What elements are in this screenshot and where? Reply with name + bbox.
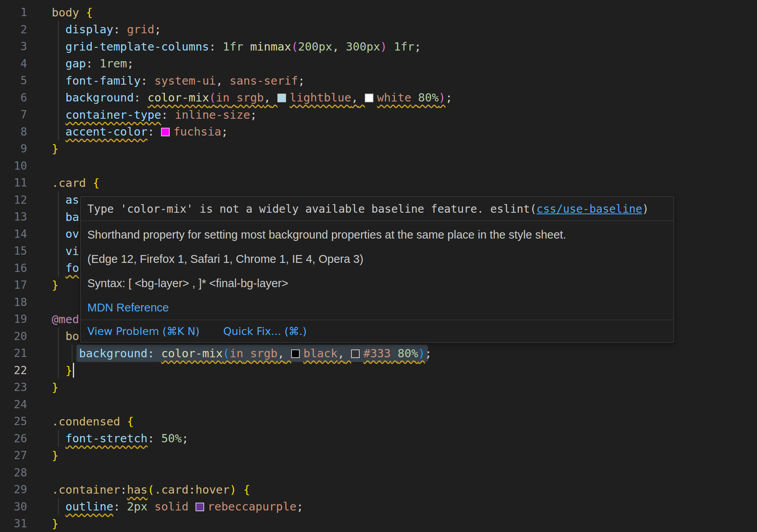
code-token: ) (230, 483, 236, 496)
code-token: background (65, 91, 134, 104)
code-text: background: color-mix(in srgb, lightblue… (27, 91, 452, 104)
code-token: : (188, 483, 195, 496)
code-token (52, 244, 65, 258)
code-token: 300px (346, 40, 380, 53)
code-text: .card { (27, 176, 100, 190)
code-token: grid-template-columns (65, 40, 209, 53)
code-token: 80% (418, 91, 438, 104)
line-number: 24 (0, 398, 27, 411)
color-swatch[interactable] (365, 94, 373, 102)
code-token (154, 347, 161, 360)
code-line: 25.condensed { (0, 413, 757, 430)
code-token: ( (209, 91, 216, 104)
code-token: ; (127, 57, 134, 70)
code-token: : (141, 74, 147, 87)
code-token (411, 91, 418, 104)
code-token (147, 74, 154, 87)
property-description: Shorthand property for setting most back… (87, 227, 667, 242)
code-token (93, 57, 100, 70)
code-token: ; (298, 74, 305, 87)
code-token: , (264, 91, 270, 104)
code-text: grid-template-columns: 1fr minmax(200px,… (27, 40, 421, 53)
code-token: ; (182, 432, 188, 445)
color-swatch[interactable] (196, 503, 204, 511)
code-line: 27} (0, 447, 757, 464)
code-line: 5 font-family: system-ui, sans-serif; (0, 72, 757, 89)
code-text: body { (27, 6, 93, 19)
line-number: 28 (0, 466, 27, 479)
code-token: .card (154, 483, 188, 496)
color-swatch[interactable] (291, 349, 300, 358)
line-number: 25 (0, 415, 27, 428)
code-token (52, 364, 65, 377)
color-swatch[interactable] (161, 128, 170, 136)
code-token: accent-color (65, 125, 148, 138)
code-token: ; (250, 108, 257, 121)
code-text: } (27, 381, 58, 394)
code-token: : (209, 40, 216, 53)
code-line: 24 (0, 396, 757, 413)
code-token: gap (65, 57, 86, 70)
view-problem-link[interactable]: View Problem (⌘K N) (87, 325, 199, 337)
code-text: } (27, 517, 58, 530)
code-token: bo (65, 329, 79, 343)
code-token: 1fr (394, 40, 414, 53)
code-line: 9} (0, 140, 757, 157)
hover-actions: View Problem (⌘K N) Quick Fix... (⌘.) (81, 320, 674, 342)
color-swatch[interactable] (277, 94, 286, 102)
code-token: ; (425, 347, 432, 360)
code-line: 7 container-type: inline-size; (0, 106, 757, 123)
code-token (120, 500, 127, 513)
code-token: ( (147, 483, 154, 496)
code-token: black (303, 347, 337, 360)
code-token: } (52, 381, 58, 394)
code-token: fuchsia (173, 125, 221, 138)
line-number: 13 (0, 210, 27, 223)
code-token: : (86, 57, 92, 70)
eslint-rule-link[interactable]: css/use-baseline (536, 203, 642, 215)
line-number: 30 (0, 500, 27, 513)
line-number: 29 (0, 483, 27, 496)
diagnostic-text: Type 'color-mix' is not a widely availab… (87, 203, 490, 215)
code-token: , (332, 40, 339, 53)
code-token (387, 40, 394, 53)
color-swatch[interactable] (351, 349, 360, 358)
code-token: ) (418, 347, 425, 360)
code-token: { (243, 483, 250, 496)
code-token (86, 176, 92, 190)
line-number: 9 (0, 142, 27, 155)
code-token: } (52, 142, 58, 156)
line-number: 4 (0, 57, 27, 70)
code-token: #333 (363, 347, 391, 360)
code-text: vi (27, 244, 79, 258)
quick-fix-link[interactable]: Quick Fix... (⌘.) (223, 325, 307, 337)
code-token: , (277, 347, 284, 360)
code-token: srgb (236, 91, 264, 104)
code-token (52, 210, 65, 224)
code-token: ba (65, 210, 79, 224)
mdn-reference-link[interactable]: MDN Reference (87, 300, 667, 315)
code-token: sans-serif (230, 74, 298, 87)
code-token (52, 125, 65, 138)
code-token: ; (297, 500, 303, 513)
code-line: 8 accent-color: fuchsia; (0, 123, 757, 141)
code-token: grid (127, 23, 154, 36)
code-token: ) (380, 40, 387, 53)
code-token: 50% (161, 432, 181, 445)
code-text: display: grid; (27, 23, 161, 36)
warning-squiggle-range: has (127, 483, 147, 496)
code-line: 30 outline: 2px solid rebeccapurple; (0, 498, 757, 516)
browser-support: (Edge 12, Firefox 1, Safari 1, Chrome 1,… (87, 252, 667, 266)
code-token: white (377, 91, 411, 104)
code-token: color-mix (147, 91, 209, 104)
code-token: : (161, 108, 168, 121)
line-number: 27 (0, 449, 27, 462)
line-number: 22 (0, 364, 27, 377)
code-token: , (337, 347, 344, 360)
code-token: outline (65, 500, 113, 513)
code-token (271, 91, 277, 104)
code-text: ov (27, 227, 79, 241)
code-token: fo (65, 261, 79, 275)
line-number: 17 (0, 279, 27, 291)
code-token: : (113, 500, 120, 513)
